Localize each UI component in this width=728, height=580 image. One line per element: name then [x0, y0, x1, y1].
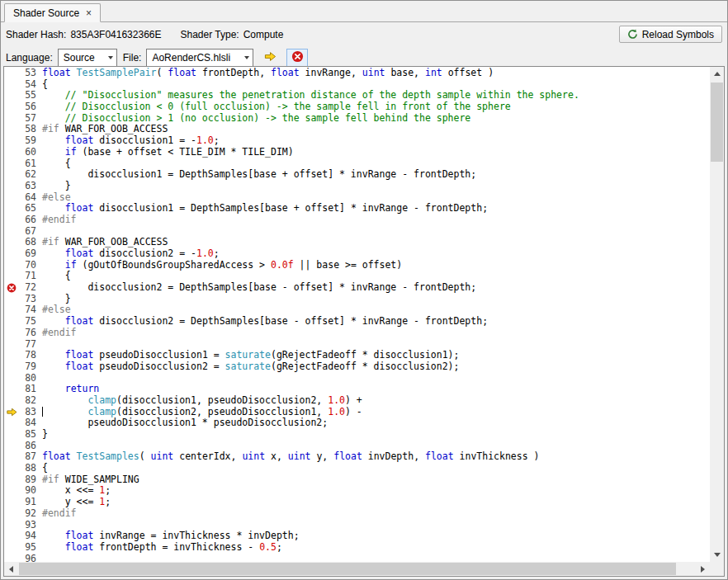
gutter-cell [4, 147, 19, 158]
scroll-left-arrow-icon[interactable] [4, 562, 18, 576]
code-line[interactable]: 64#else [4, 192, 710, 204]
line-number: 82 [19, 395, 42, 407]
vertical-scroll-track[interactable] [710, 81, 724, 548]
code-line[interactable]: 60 if (base + offset < TILE_DIM * TILE_D… [4, 147, 710, 158]
line-number: 53 [19, 68, 42, 79]
error-icon[interactable] [4, 282, 19, 294]
code-line[interactable]: 55 // "Disocclusion" measures the penetr… [4, 90, 710, 101]
gutter-cell [4, 384, 19, 395]
shader-type-label: Shader Type: [181, 29, 239, 40]
gutter-cell [4, 417, 19, 429]
code-text: { [42, 79, 48, 91]
language-selected-value: Source [64, 52, 95, 64]
file-label: File: [123, 52, 142, 64]
code-text: } [42, 294, 71, 305]
code-line[interactable]: 85} [4, 429, 710, 441]
code-line[interactable]: 54{ [4, 79, 710, 91]
scroll-up-arrow-icon[interactable] [710, 67, 724, 81]
scroll-right-arrow-icon[interactable] [696, 562, 710, 576]
code-line[interactable]: 68#if WAR_FOR_OOB_ACCESS [4, 237, 710, 248]
code-line[interactable]: 72 disocclusion2 = DepthSamples[base - o… [4, 282, 710, 294]
code-line[interactable]: 53float TestSamplePair( float frontDepth… [4, 68, 710, 79]
tab-close-icon[interactable]: × [86, 8, 92, 18]
code-line[interactable]: 78 float pseudoDisocclusion1 = saturate(… [4, 350, 710, 361]
code-line[interactable]: 96 [4, 554, 710, 562]
code-line[interactable]: 75 float disocclusion2 = DepthSamples[ba… [4, 316, 710, 328]
code-line[interactable]: 67 [4, 226, 710, 238]
file-select[interactable]: AoRenderCS.hlsli [146, 49, 253, 67]
code-line[interactable]: 95 float frontDepth = invThickness - 0.5… [4, 542, 710, 554]
code-line[interactable]: 79 float pseudoDisocclusion2 = saturate(… [4, 361, 710, 373]
code-line[interactable]: 81 return [4, 384, 710, 395]
yellow-arrow-icon [264, 50, 277, 65]
code-line[interactable]: 73 } [4, 294, 710, 305]
code-line[interactable]: 66#endif [4, 215, 710, 226]
reload-symbols-button[interactable]: Reload Symbols [619, 26, 722, 43]
code-text: #endif [42, 215, 77, 226]
chevron-down-icon [108, 56, 113, 59]
tab-shader-source[interactable]: Shader Source × [4, 3, 101, 22]
vertical-scrollbar[interactable] [710, 67, 724, 562]
code-line[interactable]: 92#endif [4, 508, 710, 520]
code-line[interactable]: 94 float invRange = invThickness * invDe… [4, 530, 710, 542]
gutter-cell [4, 451, 19, 463]
line-number: 72 [19, 282, 42, 294]
code-text: clamp(disocclusion1, pseudoDisocclusion2… [42, 395, 362, 407]
code-line[interactable]: 70 if (gOutOfBoundsGroupSharedAccess > 0… [4, 260, 710, 271]
gutter-cell [4, 339, 19, 351]
code-line[interactable]: 90 x <<= 1; [4, 485, 710, 497]
code-line[interactable]: 91 y <<= 1; [4, 497, 710, 508]
current-line-arrow-icon[interactable] [4, 407, 19, 418]
code-text: #endif [42, 328, 77, 339]
gutter-cell [4, 294, 19, 305]
code-line[interactable]: 87float TestSamples( uint centerIdx, uin… [4, 451, 710, 463]
code-line[interactable]: 77 [4, 339, 710, 351]
line-number: 59 [19, 135, 42, 147]
code-line[interactable]: 63 } [4, 181, 710, 192]
code-line[interactable]: 76#endif [4, 328, 710, 339]
code-line[interactable]: 74#else [4, 304, 710, 316]
code-line[interactable]: 58#if WAR_FOR_OOB_ACCESS [4, 124, 710, 135]
gutter-cell [4, 485, 19, 497]
code-line[interactable]: 82 clamp(disocclusion1, pseudoDisocclusi… [4, 395, 710, 407]
line-number: 58 [19, 124, 42, 135]
code-text: { [42, 158, 71, 170]
code-line[interactable]: 65 float disocclusion1 = DepthSamples[ba… [4, 203, 710, 215]
scroll-down-arrow-icon[interactable] [710, 548, 724, 562]
horizontal-scrollbar[interactable] [4, 562, 710, 576]
code-line[interactable]: 69 float disocclusion2 = -1.0; [4, 248, 710, 260]
code-line[interactable]: 59 float disocclusion1 = -1.0; [4, 135, 710, 147]
code-line[interactable]: 93 [4, 520, 710, 531]
code-text: float disocclusion1 = DepthSamples[base … [42, 203, 488, 215]
code-text: disocclusion2 = DepthSamples[base - offs… [42, 282, 476, 294]
vertical-scroll-thumb[interactable] [711, 83, 723, 162]
code-line[interactable]: 80 [4, 373, 710, 384]
language-select[interactable]: Source [58, 49, 117, 67]
horizontal-scroll-track[interactable] [18, 562, 696, 576]
code-line[interactable]: 71 { [4, 271, 710, 282]
code-line[interactable]: 56 // Disocclusion < 0 (full occlusion) … [4, 101, 710, 113]
code-text: #else [42, 304, 71, 316]
horizontal-scroll-thumb[interactable] [19, 563, 676, 575]
line-number: 64 [19, 192, 42, 204]
line-number: 71 [19, 271, 42, 282]
code-line[interactable]: 62 disocclusion1 = DepthSamples[base + o… [4, 169, 710, 181]
code-line[interactable]: 89#if WIDE_SAMPLING [4, 474, 710, 486]
code-lines[interactable]: 53float TestSamplePair( float frontDepth… [4, 67, 710, 562]
code-line[interactable]: 61 { [4, 158, 710, 170]
goto-current-instruction-button[interactable] [259, 49, 281, 67]
code-text: float TestSamplePair( float frontDepth, … [42, 68, 494, 79]
code-text: #if WAR_FOR_OOB_ACCESS [42, 237, 168, 248]
error-toggle-button[interactable] [286, 49, 308, 67]
code-line[interactable]: 88{ [4, 463, 710, 474]
gutter-cell [4, 395, 19, 407]
code-line[interactable]: 84 pseudoDisocclusion1 * pseudoDisocclus… [4, 417, 710, 429]
code-line[interactable]: 57 // Disocclusion > 1 (no occlusion) ->… [4, 113, 710, 125]
code-line[interactable]: 83 clamp(disocclusion2, pseudoDisocclusi… [4, 407, 710, 418]
code-line[interactable]: 86 [4, 441, 710, 452]
gutter-cell [4, 124, 19, 135]
shader-info-bar: Shader Hash: 835A3F041632366E Shader Typ… [1, 22, 727, 45]
gutter-cell [4, 135, 19, 147]
line-number: 66 [19, 215, 42, 226]
gutter-cell [4, 260, 19, 271]
